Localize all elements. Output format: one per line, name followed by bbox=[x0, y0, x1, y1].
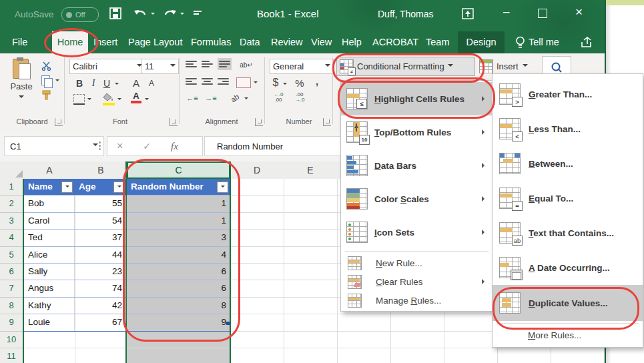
copy-icon[interactable] bbox=[41, 75, 50, 85]
submenu-item-greater-than[interactable]: > Greater Than... bbox=[493, 77, 643, 111]
maximize-button[interactable] bbox=[538, 9, 547, 18]
table-header-age[interactable]: Age bbox=[75, 179, 127, 195]
font-size-select[interactable]: 11 bbox=[141, 59, 179, 74]
row-header-3[interactable]: 3 bbox=[0, 213, 23, 230]
filter-button[interactable] bbox=[113, 182, 125, 193]
borders-icon[interactable] bbox=[73, 94, 85, 105]
row-header-7[interactable]: 7 bbox=[0, 280, 23, 297]
increase-decimal-button[interactable]: ←.0.00 bbox=[270, 92, 287, 103]
align-right-icon[interactable] bbox=[218, 77, 229, 86]
tab-team[interactable]: Team bbox=[426, 31, 449, 53]
submenu-item-more-rules[interactable]: More Rules... bbox=[493, 326, 643, 344]
table-row[interactable]: Bob 55 1 bbox=[24, 196, 230, 212]
column-header-c-selected[interactable]: C bbox=[127, 161, 230, 179]
undo-icon[interactable] bbox=[133, 8, 148, 19]
underline-button[interactable]: U bbox=[101, 77, 112, 90]
cancel-icon[interactable]: × bbox=[117, 140, 123, 152]
submenu-item-equal-to[interactable]: = Equal To... bbox=[493, 181, 643, 216]
table-row[interactable]: Alice 44 4 bbox=[24, 247, 230, 264]
bold-button[interactable]: B bbox=[73, 77, 85, 90]
fill-color-icon[interactable] bbox=[103, 92, 115, 104]
decrease-indent-icon[interactable]: ←≡ bbox=[186, 93, 199, 103]
submenu-item-between[interactable]: Between... bbox=[493, 146, 643, 181]
minimize-button[interactable]: – bbox=[503, 5, 509, 19]
comma-style-button[interactable]: , bbox=[312, 73, 322, 87]
column-header-b[interactable]: B bbox=[75, 161, 127, 179]
align-left-icon[interactable] bbox=[186, 77, 197, 86]
number-format-select[interactable]: General bbox=[270, 59, 334, 74]
menu-item-top-bottom-rules[interactable]: 10 Top/Bottom Rules bbox=[341, 115, 493, 149]
menu-item-icon-sets[interactable]: Icon Sets bbox=[341, 216, 493, 249]
user-name[interactable]: Duff, Thomas bbox=[378, 7, 434, 21]
merge-center-icon[interactable] bbox=[236, 77, 251, 88]
select-all-corner[interactable] bbox=[0, 161, 25, 179]
paste-button[interactable]: Paste bbox=[7, 57, 36, 103]
number-dialog-launcher-icon[interactable] bbox=[323, 118, 331, 126]
font-dialog-launcher-icon[interactable] bbox=[170, 118, 178, 126]
table-row[interactable]: Kathy 42 8 bbox=[24, 298, 230, 314]
table-row[interactable]: Louie 67 9 bbox=[24, 314, 230, 331]
table-row[interactable]: Sally 23 6 bbox=[24, 264, 230, 280]
clipboard-dialog-launcher-icon[interactable] bbox=[55, 118, 63, 126]
filter-button[interactable] bbox=[217, 182, 228, 193]
row-header-8[interactable]: 8 bbox=[0, 298, 23, 314]
italic-button[interactable]: I bbox=[89, 77, 98, 90]
align-center-icon[interactable] bbox=[202, 77, 213, 86]
submenu-item-a-date-occurring[interactable]: A Date Occurring... bbox=[493, 250, 643, 285]
font-color-icon[interactable]: A bbox=[131, 91, 141, 103]
tab-review[interactable]: Review bbox=[271, 31, 303, 53]
align-bottom-icon[interactable] bbox=[218, 58, 232, 70]
merge-dropdown-icon[interactable] bbox=[254, 81, 258, 85]
font-name-select[interactable]: Calibri bbox=[69, 59, 145, 74]
redo-dropdown-icon[interactable] bbox=[180, 13, 184, 17]
tab-home[interactable]: Home bbox=[52, 31, 88, 53]
table-header-name[interactable]: Name bbox=[24, 179, 75, 195]
tab-file[interactable]: File bbox=[12, 31, 27, 53]
menu-item-new-rule[interactable]: New Rule... bbox=[341, 254, 493, 272]
wrap-text-icon[interactable]: ab↵ bbox=[239, 59, 254, 71]
row-header-10[interactable]: 10 bbox=[0, 332, 23, 348]
filter-button[interactable] bbox=[61, 182, 73, 193]
font-color-dropdown-icon[interactable] bbox=[145, 98, 149, 102]
redo-icon[interactable] bbox=[162, 8, 177, 19]
shrink-font-button[interactable]: A bbox=[147, 77, 156, 89]
row-header-4[interactable]: 4 bbox=[0, 230, 23, 246]
tab-design[interactable]: Design bbox=[458, 31, 505, 53]
align-top-icon[interactable] bbox=[186, 59, 197, 69]
save-icon[interactable] bbox=[109, 7, 122, 20]
row-header-11[interactable]: 11 bbox=[0, 348, 23, 363]
table-row[interactable]: Angus 74 6 bbox=[24, 280, 230, 297]
enter-icon[interactable]: ✓ bbox=[143, 141, 151, 151]
tab-tell-me[interactable]: Tell me bbox=[529, 31, 559, 53]
grow-font-button[interactable]: A bbox=[131, 76, 141, 89]
table-header-random-number[interactable]: Random Number bbox=[127, 179, 230, 195]
autosave-toggle[interactable]: Off bbox=[61, 7, 99, 22]
increase-indent-icon[interactable]: →≡ bbox=[204, 93, 218, 103]
quick-access-customize-icon[interactable] bbox=[194, 9, 202, 16]
menu-item-color-scales[interactable]: Color Scales bbox=[341, 182, 493, 216]
insert-function-icon[interactable]: fx bbox=[171, 141, 178, 152]
borders-dropdown-icon[interactable] bbox=[87, 98, 91, 102]
conditional-formatting-button[interactable]: ≠ Conditional Formatting bbox=[336, 57, 475, 76]
row-header-2[interactable]: 2 bbox=[0, 196, 23, 212]
table-row[interactable]: Ted 37 3 bbox=[24, 230, 230, 246]
undo-dropdown-icon[interactable] bbox=[151, 13, 155, 17]
menu-item-data-bars[interactable]: Data Bars bbox=[341, 149, 493, 182]
column-header-e[interactable]: E bbox=[284, 161, 338, 179]
row-header-9[interactable]: 9 bbox=[0, 314, 23, 331]
share-icon[interactable] bbox=[579, 35, 593, 49]
tab-page-layout[interactable]: Page Layout bbox=[128, 31, 182, 53]
underline-dropdown-icon[interactable] bbox=[115, 83, 119, 87]
row-header-5[interactable]: 5 bbox=[0, 247, 23, 264]
copy-dropdown-icon[interactable] bbox=[55, 79, 59, 83]
tab-data[interactable]: Data bbox=[240, 31, 260, 53]
tab-formulas[interactable]: Formulas bbox=[191, 31, 231, 53]
tab-insert[interactable]: Insert bbox=[93, 31, 117, 53]
submenu-item-duplicate-values[interactable]: Duplicate Values... bbox=[493, 285, 643, 321]
close-button[interactable]: × bbox=[575, 5, 583, 19]
column-header-a[interactable]: A bbox=[24, 161, 75, 179]
submenu-item-text-that-contains[interactable]: ab Text that Contains... bbox=[493, 216, 643, 250]
tab-help[interactable]: Help bbox=[342, 31, 362, 53]
alignment-dialog-launcher-icon[interactable] bbox=[255, 118, 263, 126]
format-painter-icon[interactable] bbox=[41, 90, 52, 100]
